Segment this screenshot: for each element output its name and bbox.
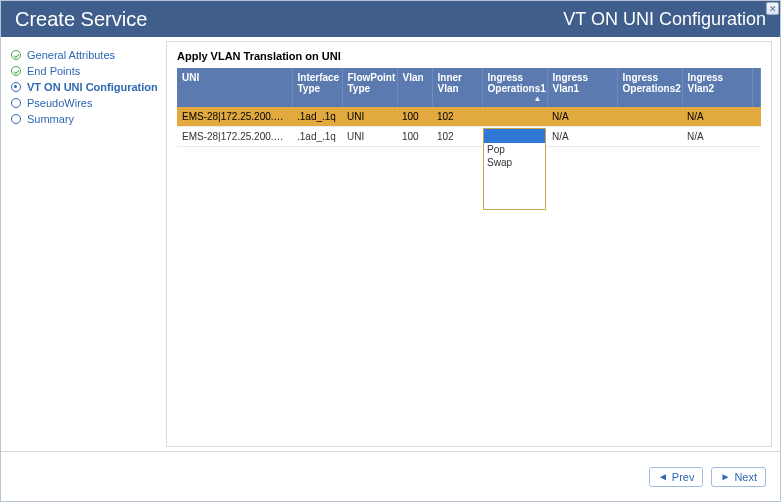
- chevron-right-icon: ►: [720, 471, 730, 482]
- dialog-title: Create Service: [15, 8, 147, 31]
- dropdown-selected-blank[interactable]: [484, 129, 545, 143]
- table-cell-spacer: [752, 107, 761, 127]
- dropdown-option-pop[interactable]: Pop: [484, 143, 545, 156]
- circle-icon: [11, 98, 21, 108]
- table-row[interactable]: EMS-28|172.25.200.223|1|5|4.1ad_.1qUNI10…: [177, 127, 761, 147]
- table-cell[interactable]: 102: [432, 107, 482, 127]
- check-icon: [11, 50, 21, 60]
- sidebar-item-vt-on-uni[interactable]: VT ON UNI Configuration: [11, 79, 160, 95]
- table-cell[interactable]: 102: [432, 127, 482, 147]
- dropdown-option-swap[interactable]: Swap: [484, 156, 545, 169]
- vlan-table: UNIInterface TypeFlowPoint TypeVlanInner…: [177, 68, 761, 147]
- table-cell[interactable]: N/A: [547, 107, 617, 127]
- circle-icon: [11, 114, 21, 124]
- table-cell[interactable]: UNI: [342, 127, 397, 147]
- table-cell[interactable]: N/A: [547, 127, 617, 147]
- dialog-footer: ◄Prev ►Next: [1, 451, 780, 501]
- table-cell-spacer: [752, 127, 761, 147]
- col-header[interactable]: FlowPoint Type: [342, 68, 397, 107]
- table-cell[interactable]: .1ad_.1q: [292, 127, 342, 147]
- col-header[interactable]: Ingress Operations2: [617, 68, 682, 107]
- table-cell[interactable]: EMS-28|172.25.200.197|1|2|4: [177, 107, 292, 127]
- col-header-spacer: [752, 68, 761, 107]
- table-cell[interactable]: .1ad_.1q: [292, 107, 342, 127]
- col-header[interactable]: Ingress Vlan1: [547, 68, 617, 107]
- table-cell[interactable]: [617, 107, 682, 127]
- content-panel: Apply VLAN Translation on UNI UNIInterfa…: [166, 41, 772, 447]
- sidebar-item-label: VT ON UNI Configuration: [27, 81, 158, 93]
- col-header[interactable]: Ingress Operations1▲: [482, 68, 547, 107]
- chevron-left-icon: ◄: [658, 471, 668, 482]
- dropdown-empty-area: [484, 169, 545, 209]
- close-icon[interactable]: ✕: [766, 2, 779, 15]
- table-cell[interactable]: 100: [397, 127, 432, 147]
- table-row[interactable]: EMS-28|172.25.200.197|1|2|4.1ad_.1qUNI10…: [177, 107, 761, 127]
- table-cell[interactable]: UNI: [342, 107, 397, 127]
- wizard-sidebar: General Attributes End Points VT ON UNI …: [1, 37, 166, 451]
- col-header[interactable]: Interface Type: [292, 68, 342, 107]
- sidebar-item-label: Summary: [27, 113, 74, 125]
- step-title: VT ON UNI Configuration: [563, 9, 766, 30]
- sort-asc-icon: ▲: [534, 94, 542, 103]
- button-label: Next: [734, 471, 757, 483]
- table-cell[interactable]: EMS-28|172.25.200.223|1|5|4: [177, 127, 292, 147]
- table-cell[interactable]: N/A: [682, 127, 752, 147]
- dialog-header: Create Service VT ON UNI Configuration: [1, 1, 780, 37]
- next-button[interactable]: ►Next: [711, 467, 766, 487]
- check-icon: [11, 66, 21, 76]
- table-cell[interactable]: [617, 127, 682, 147]
- col-header[interactable]: Vlan: [397, 68, 432, 107]
- table-cell[interactable]: N/A: [682, 107, 752, 127]
- ingress-operations1-dropdown[interactable]: Pop Swap: [483, 128, 546, 210]
- sidebar-item-summary[interactable]: Summary: [11, 111, 160, 127]
- dot-icon: [11, 82, 21, 92]
- sidebar-item-general-attributes[interactable]: General Attributes: [11, 47, 160, 63]
- table-cell[interactable]: 100: [397, 107, 432, 127]
- sidebar-item-end-points[interactable]: End Points: [11, 63, 160, 79]
- sidebar-item-label: PseudoWires: [27, 97, 92, 109]
- button-label: Prev: [672, 471, 695, 483]
- sidebar-item-pseudowires[interactable]: PseudoWires: [11, 95, 160, 111]
- col-header[interactable]: Ingress Vlan2: [682, 68, 752, 107]
- sidebar-item-label: General Attributes: [27, 49, 115, 61]
- col-header[interactable]: UNI: [177, 68, 292, 107]
- section-title: Apply VLAN Translation on UNI: [177, 50, 761, 62]
- prev-button[interactable]: ◄Prev: [649, 467, 704, 487]
- table-cell[interactable]: [482, 107, 547, 127]
- table-header: UNIInterface TypeFlowPoint TypeVlanInner…: [177, 68, 761, 107]
- col-header[interactable]: Inner Vlan: [432, 68, 482, 107]
- dialog-frame: ✕ Create Service VT ON UNI Configuration…: [0, 0, 781, 502]
- sidebar-item-label: End Points: [27, 65, 80, 77]
